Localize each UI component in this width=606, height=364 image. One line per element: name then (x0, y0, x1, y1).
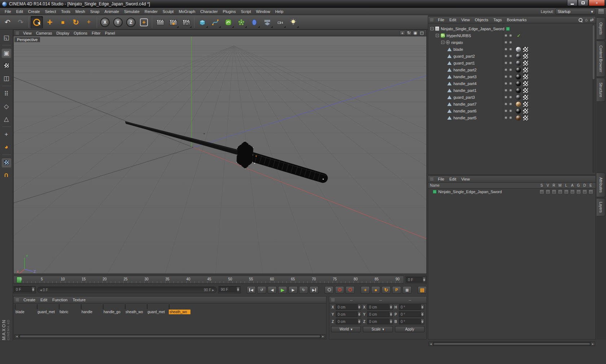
editor-visibility-dot[interactable] (505, 82, 507, 85)
render-to-picture-viewer-button[interactable] (167, 16, 179, 28)
render-visibility-dot[interactable] (509, 82, 512, 85)
close-button[interactable]: × (589, 0, 605, 6)
expander-icon[interactable]: − (430, 27, 434, 30)
layer-render-toggle[interactable] (552, 190, 556, 194)
keyframe-selection-button[interactable] (325, 286, 334, 294)
last-used-tool[interactable]: + (83, 16, 95, 28)
render-visibility-dot[interactable] (509, 41, 512, 44)
layer-color-chip[interactable] (433, 190, 436, 194)
rotation-input[interactable]: 0 ° (399, 319, 424, 324)
enable-axis-button[interactable]: + (1, 129, 12, 139)
layer-manager-horizontal-scrollbar[interactable]: ◂ ▸ (429, 342, 595, 346)
polygons-mode-button[interactable]: △ (1, 114, 12, 124)
menu-item[interactable]: Window (254, 9, 273, 14)
viewport-canvas[interactable]: Y Z X Perspective (14, 36, 426, 274)
menu-item[interactable]: Filter (89, 31, 102, 35)
menu-item[interactable]: Snap (88, 9, 102, 14)
menu-item[interactable]: Function (50, 298, 70, 302)
apply-button[interactable]: Apply (395, 326, 425, 332)
size-input[interactable]: 0 cm (367, 319, 392, 324)
timeline-palette-button[interactable]: ▤ (418, 286, 427, 294)
history-arrows-icon[interactable]: ⇄ (590, 17, 594, 22)
model-mode-button[interactable]: ▣ (1, 48, 12, 58)
render-visibility-dot[interactable] (509, 75, 512, 78)
layer-expressions-toggle[interactable] (589, 190, 593, 194)
panel-drag-handle[interactable] (16, 31, 19, 35)
render-view-button[interactable] (154, 16, 166, 28)
tree-item-mesh[interactable]: handle_part6 (428, 107, 596, 114)
render-visibility-dot[interactable] (509, 116, 512, 119)
add-camera-button[interactable] (274, 16, 286, 28)
menu-item[interactable]: Animate (102, 9, 122, 14)
material-item[interactable]: guard_met (37, 305, 58, 314)
tree-item-mesh[interactable]: handle_part2 (428, 66, 596, 73)
material-tag-icon[interactable] (515, 81, 521, 86)
snap-settings-button[interactable]: U (1, 170, 12, 180)
stepper[interactable] (357, 312, 361, 317)
menu-item[interactable]: View (459, 18, 473, 22)
menu-item[interactable]: Tools (58, 9, 73, 14)
tree-item-ninjato[interactable]: − ninjato (428, 39, 596, 46)
menu-item[interactable]: Help (273, 9, 286, 14)
material-item[interactable]: sheath_wo (169, 305, 190, 314)
render-visibility-dot[interactable] (509, 48, 512, 50)
object-manager-scrollbar[interactable] (592, 25, 595, 173)
search-icon[interactable] (578, 18, 583, 22)
tree-item-mesh[interactable]: handle_part5 (428, 114, 596, 121)
add-modeling-object-button[interactable] (235, 16, 247, 28)
live-selection-tool[interactable] (31, 16, 43, 28)
play-backwards-button[interactable]: ↺ (257, 286, 266, 294)
stepper[interactable] (421, 319, 424, 324)
menu-item[interactable]: File (435, 177, 447, 181)
lock-y-axis-button[interactable]: Y (112, 16, 124, 28)
uvw-tag-icon[interactable] (523, 81, 528, 86)
layer-solo-toggle[interactable] (540, 190, 544, 194)
points-mode-button[interactable]: ⠿ (1, 89, 12, 99)
stepper[interactable] (421, 312, 424, 317)
zoom-view-icon[interactable]: ◉ (413, 31, 418, 36)
record-keyframes-button[interactable] (335, 286, 344, 294)
lock-x-axis-button[interactable]: X (99, 16, 111, 28)
rotation-input[interactable]: 0 ° (399, 304, 424, 310)
tree-item-mesh[interactable]: blade (428, 46, 596, 53)
menu-item[interactable]: Script (238, 9, 254, 14)
render-visibility-dot[interactable] (509, 110, 512, 112)
paint-tool-button[interactable]: ◕ (1, 142, 12, 152)
material-tag-icon[interactable] (515, 108, 521, 114)
menu-item[interactable]: Create (26, 9, 43, 14)
layer-lock-toggle[interactable] (565, 190, 568, 194)
layer-generators-toggle[interactable] (577, 190, 580, 194)
position-input[interactable]: 0 cm (336, 304, 361, 310)
tree-item-mesh[interactable]: guard_part1 (428, 59, 596, 66)
position-input[interactable]: 0 cm (336, 319, 361, 324)
menu-item[interactable]: Sculpt (160, 9, 176, 14)
scrollbar-thumb[interactable] (593, 25, 594, 79)
stepper[interactable] (31, 287, 35, 292)
add-hypernurbs-button[interactable] (222, 16, 234, 28)
add-spline-button[interactable] (209, 16, 221, 28)
add-environment-button[interactable] (261, 16, 273, 28)
tab-attributes[interactable]: Attributes (597, 173, 605, 197)
pan-view-icon[interactable]: + (400, 31, 405, 36)
uvw-tag-icon[interactable] (523, 67, 528, 73)
menu-item[interactable]: Objects (472, 18, 491, 22)
tree-item-mesh[interactable]: handle_part3 (428, 73, 596, 80)
materials-horizontal-scrollbar[interactable]: ◂ ▸ (14, 334, 325, 338)
stepper[interactable] (236, 287, 240, 292)
tab-content-browser[interactable]: Content Browser (597, 41, 605, 77)
end-frame-input[interactable]: 90 F (219, 287, 240, 292)
editor-visibility-dot[interactable] (505, 75, 507, 78)
layer-row[interactable]: Ninjato_Single_Edge_Japan_Sword (428, 188, 596, 195)
stepper[interactable] (389, 312, 392, 317)
layer-animation-toggle[interactable] (571, 190, 574, 194)
material-item[interactable]: blade (15, 305, 36, 314)
menu-item[interactable]: Tags (491, 18, 504, 22)
scroll-right-icon[interactable]: ▸ (591, 342, 595, 346)
add-light-button[interactable] (287, 16, 299, 28)
autokeying-button[interactable] (346, 286, 355, 294)
maximize-button[interactable] (578, 0, 588, 6)
editor-visibility-dot[interactable] (505, 48, 507, 50)
uvw-tag-icon[interactable] (523, 46, 528, 52)
position-input[interactable]: 0 cm (336, 311, 361, 317)
material-tag-icon[interactable] (515, 101, 521, 107)
